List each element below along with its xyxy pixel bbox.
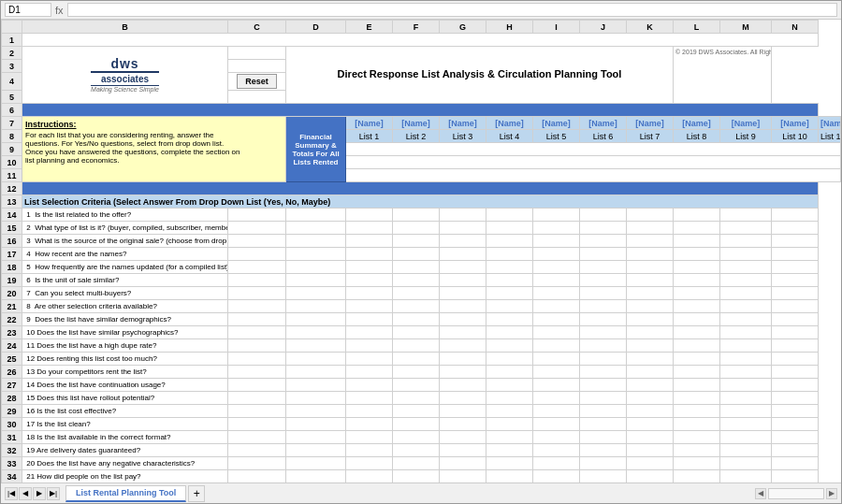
row-num: 18	[2, 261, 22, 274]
criteria-q17: 17 Is the list clean?	[22, 418, 228, 431]
row-num: 32	[2, 444, 22, 457]
row-num: 23	[2, 326, 22, 339]
table-row: 16 3 What is the source of the original …	[2, 235, 841, 248]
fx-label: fx	[55, 5, 64, 16]
row-num: 21	[2, 300, 22, 313]
cell-reference[interactable]	[5, 3, 51, 17]
spreadsheet-grid: B C D E F G H I J K L M N 1	[1, 20, 841, 482]
list10-name: [Name]	[772, 117, 819, 130]
table-row: 12	[2, 182, 841, 195]
col-header-l: L	[674, 21, 720, 34]
scroll-right[interactable]: ▶	[826, 488, 837, 499]
main-title: Direct Response List Analysis & Circulat…	[288, 67, 671, 81]
row-num: 2	[2, 47, 22, 60]
spreadsheet-app: fx	[0, 0, 842, 504]
row-num: 33	[2, 457, 22, 470]
instructions-cell: Instructions: For each list that you are…	[22, 117, 286, 182]
row-num: 17	[2, 248, 22, 261]
col-header-f: F	[393, 21, 440, 34]
criteria-q11: 11 Does the list have a high dupe rate?	[22, 339, 228, 353]
instructions-line3: Once you have answered the questions, co…	[25, 148, 283, 156]
criteria-q5: 5 How frequently are the names updated (…	[22, 261, 228, 274]
scroll-controls: ◀ ▶	[755, 488, 837, 499]
row-num: 30	[2, 418, 22, 431]
table-row: 18 5 How frequently are the names update…	[2, 261, 841, 274]
table-row: 20 7 Can you select multi-buyers?	[2, 287, 841, 300]
table-row: 17 4 How recent are the names?	[2, 248, 841, 261]
sheet-area[interactable]: B C D E F G H I J K L M N 1	[1, 20, 841, 482]
criteria-q2: 2 What type of list is it? (buyer, compi…	[22, 222, 228, 235]
scroll-left[interactable]: ◀	[755, 488, 766, 499]
row-num: 12	[2, 182, 22, 195]
table-row: 30 17 Is the list clean?	[2, 418, 841, 431]
row-num: 26	[2, 366, 22, 379]
reset-button[interactable]: Reset	[237, 74, 277, 89]
row-num: 13	[2, 195, 22, 209]
header-separator-2	[22, 182, 819, 195]
instructions-line4: list planning and economics.	[25, 156, 283, 165]
criteria-q6: 6 Is the unit of sale similar?	[22, 274, 228, 287]
financial-line2: Summary &	[288, 141, 343, 150]
table-row: 31 18 Is the list available in the corre…	[2, 431, 841, 444]
formula-input[interactable]	[67, 3, 837, 17]
row-num: 8	[2, 130, 22, 143]
list-selection-header: List Selection Criteria (Select Answer F…	[22, 195, 819, 209]
table-row: 13 List Selection Criteria (Select Answe…	[2, 195, 841, 209]
row-num: 6	[2, 104, 22, 117]
table-row: 2 dws associates Making Science Simple D…	[2, 47, 841, 60]
criteria-q3: 3 What is the source of the original sal…	[22, 235, 228, 248]
row-num: 9	[2, 143, 22, 156]
criteria-q19: 19 Are delivery dates guaranteed?	[22, 444, 228, 457]
copyright-cell: © 2019 DWS Associates. All Rights Reserv…	[674, 47, 772, 104]
row-num: 14	[2, 209, 22, 222]
col-header-i: I	[533, 21, 580, 34]
table-row: 34 21 How did people on the list pay?	[2, 470, 841, 483]
add-sheet-button[interactable]: +	[188, 485, 205, 502]
nav-first-sheet[interactable]: |◀	[5, 487, 18, 500]
table-row: 32 19 Are delivery dates guaranteed?	[2, 444, 841, 457]
row-num: 34	[2, 470, 22, 483]
col-list10-header: List 10	[772, 130, 819, 143]
header-separator-1	[22, 104, 819, 117]
table-row: 23 10 Does the list have similar psychog…	[2, 326, 841, 339]
criteria-q16: 16 Is the list cost effective?	[22, 405, 228, 418]
row-num: 3	[2, 60, 22, 73]
tab-list-rental-planning[interactable]: List Rental Planning Tool	[65, 485, 186, 502]
nav-next-sheet[interactable]: ▶	[33, 487, 46, 500]
row-num: 7	[2, 117, 22, 130]
sheet-nav-arrows: |◀ ◀ ▶ ▶|	[5, 487, 60, 500]
list5-name: [Name]	[533, 117, 580, 130]
column-header-row: B C D E F G H I J K L M N	[2, 21, 841, 34]
col-header-k: K	[627, 21, 674, 34]
nav-prev-sheet[interactable]: ◀	[19, 487, 32, 500]
table-row: 15 2 What type of list is it? (buyer, co…	[2, 222, 841, 235]
table-row: 22 9 Does the list have similar demograp…	[2, 313, 841, 326]
list11-name: [Name]	[819, 117, 841, 130]
criteria-q10: 10 Does the list have similar psychograp…	[22, 326, 228, 339]
col-list2-header: List 2	[393, 130, 440, 143]
col-list4-header: List 4	[486, 130, 533, 143]
instructions-title: Instructions:	[25, 120, 283, 129]
nav-last-sheet[interactable]: ▶|	[47, 487, 60, 500]
table-row: 28 15 Does this list have rollout potent…	[2, 392, 841, 405]
row-num: 4	[2, 73, 22, 91]
criteria-q13: 13 Do your competitors rent the list?	[22, 366, 228, 379]
col-list1-header: List 1	[346, 130, 393, 143]
logo-cell: dws associates Making Science Simple	[22, 47, 228, 104]
copyright-text: © 2019 DWS Associates. All Rights Reserv…	[675, 49, 769, 55]
row-num: 20	[2, 287, 22, 300]
col-header-b: B	[22, 21, 228, 34]
col-header-g: G	[440, 21, 486, 34]
criteria-q9: 9 Does the list have similar demographic…	[22, 313, 228, 326]
col-header-d: D	[286, 21, 346, 34]
table-row: 25 12 Does renting this list cost too mu…	[2, 353, 841, 366]
list2-name: [Name]	[393, 117, 440, 130]
table-row: 21 8 Are other selection criteria availa…	[2, 300, 841, 313]
col-list7-header: List 7	[627, 130, 674, 143]
criteria-q12: 12 Does renting this list cost too much?	[22, 353, 228, 366]
table-row: 1	[2, 34, 841, 47]
instructions-line1: For each list that you are considering r…	[25, 131, 283, 139]
col-header-j: J	[580, 21, 627, 34]
table-row: 27 14 Does the list have continuation us…	[2, 379, 841, 392]
scroll-bar	[768, 488, 824, 499]
